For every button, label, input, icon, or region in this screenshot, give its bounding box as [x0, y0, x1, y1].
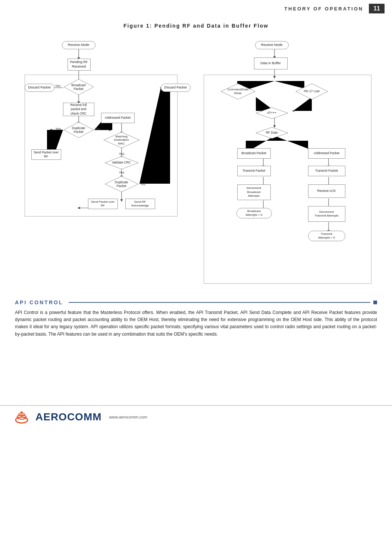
- pending-rf-received: Pending RF Received: [68, 59, 91, 71]
- section-title: API CONTROL: [15, 299, 63, 305]
- at-plus: AT+++: [255, 107, 289, 119]
- decrement-broadcast: Decrement Broadcast Attempts: [237, 184, 271, 200]
- figure-title: Figure 1: Pending RF and Data in Buffer …: [0, 23, 392, 29]
- rf-data: RF Data: [255, 127, 289, 139]
- yes-label-5: Yes: [140, 182, 146, 186]
- send-rf-acknowledge: Send RF Acknowledge: [125, 199, 155, 209]
- right-broadcast-packet: Broadcast Packet: [237, 148, 271, 159]
- duplicate-packet-top-diamond: DuplicatePacket: [63, 121, 94, 139]
- send-packet-rf-bot: Send Packet over RF: [88, 199, 118, 209]
- logo-swoosh: [15, 410, 34, 424]
- divider-square: [373, 301, 377, 304]
- matching-dest-mac: MatchingDestinationMAC: [103, 131, 140, 149]
- logo-container: AEROCOMM: [15, 410, 102, 424]
- transmit-packet-left: Transmit Packet: [237, 166, 271, 176]
- transmit-packet-right: Transmit Packet: [308, 166, 345, 176]
- yes-label-1: Yes: [55, 84, 61, 88]
- receive-ack: Receive ACK: [308, 184, 345, 198]
- yes-label-6: Yes: [119, 171, 125, 174]
- discard-packet-right: Discard Packet: [161, 84, 191, 92]
- decrement-transmit: Decrement Transmit Attempts: [308, 206, 345, 222]
- pin-17-low: Pin 17 Low: [295, 83, 329, 100]
- broadcast-packet-diamond: BroadcastPacket: [63, 78, 94, 96]
- section-divider: API CONTROL: [15, 299, 377, 305]
- body-text: API Control is a powerful feature that t…: [15, 309, 377, 338]
- footer-url: www.aerocomm.com: [109, 415, 147, 419]
- right-receive-mode: Receive Mode: [255, 41, 289, 49]
- page-header: THEORY OF OPERATION 11: [0, 0, 392, 15]
- transmit-attempts-zero: Transmit Attempts = 0: [308, 231, 345, 241]
- broadcast-attempts-zero: Broadcast Attempts = 0: [236, 208, 272, 218]
- header-title: THEORY OF OPERATION: [284, 6, 363, 12]
- logo-text: AEROCOMM: [35, 411, 102, 423]
- yes-label-3: Yes: [95, 127, 100, 131]
- right-boundary-box: [204, 75, 371, 284]
- svg-point-36: [21, 411, 23, 414]
- validate-crc: Validate CRC: [104, 156, 139, 170]
- data-in-buffer: Data in Buffer: [254, 57, 288, 69]
- left-addressed-packet: Addressed Packet: [101, 113, 135, 123]
- discard-packet-left: Discard Packet: [25, 84, 54, 92]
- left-boundary-box: [25, 75, 178, 217]
- receive-full-packet: Receive full packet and check CRC: [63, 103, 94, 116]
- yes-label-4: Yes: [119, 152, 125, 156]
- left-receive-mode: Receive Mode: [62, 41, 95, 49]
- send-packet-rf-top: Send Packet over RF: [31, 149, 61, 160]
- command-data-mode: Command/DataMode: [220, 83, 256, 100]
- diagram-container: Receive Mode Pending RF Received Broadca…: [13, 34, 379, 288]
- duplicate-packet-bot-diamond: DuplicatePacket: [104, 175, 139, 193]
- yes-label-2: Yes: [56, 127, 61, 131]
- divider-line: [69, 302, 370, 303]
- right-addressed-packet: Addressed Packet: [308, 148, 345, 159]
- page-number: 11: [369, 4, 385, 13]
- page-footer: AEROCOMM www.aerocomm.com: [0, 405, 392, 424]
